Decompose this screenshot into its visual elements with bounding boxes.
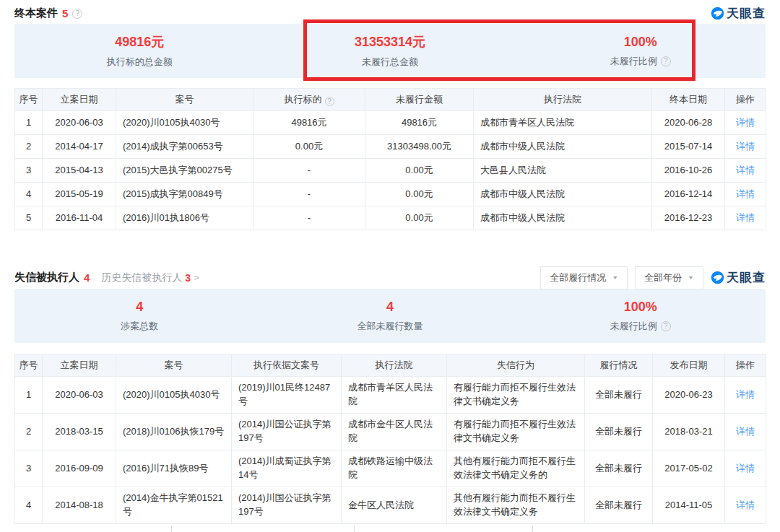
table-cell: 1 [26, 389, 31, 400]
chevron-down-icon: ▼ [612, 275, 618, 281]
column-header-label: 履行情况 [600, 359, 638, 370]
column-header: 失信行为 [447, 354, 585, 377]
dishonest-persons-table: 序号立案日期案号执行依据文案号执行法院失信行为履行情况发布日期操作12020-0… [14, 354, 766, 524]
column-header: 案号 [116, 354, 232, 377]
filter-performance-dropdown[interactable]: 全部履行情况 ▼ [540, 266, 628, 289]
help-icon[interactable]: ? [661, 56, 671, 66]
table-cell: 31303498.00元 [387, 141, 451, 152]
column-header-label: 立案日期 [61, 94, 98, 105]
table-cell: 3 [26, 165, 31, 175]
column-header-label: 序号 [20, 94, 38, 105]
stat-label: 未履行总金额 [362, 56, 418, 69]
stat-unfulfilled-ratio: 100% 未履行比例 ? [515, 300, 766, 333]
partial-divider [354, 526, 355, 532]
table-cell: (2019)川01民终12487号 [238, 382, 330, 406]
section2-title: 失信被执行人 [14, 271, 79, 284]
table-cell: 有履行能力而拒不履行生效法律文书确定义务 [454, 382, 576, 406]
column-header-label: 操作 [736, 359, 755, 370]
section2-header: 失信被执行人 4 历史失信被执行人 3 > 全部履行情况 ▼ 全部年份 ▼ [0, 263, 780, 287]
table-cell: (2015)成执字第00849号 [123, 188, 223, 199]
table-cell: 金牛区人民法院 [348, 500, 414, 510]
help-icon[interactable]: ? [661, 321, 671, 331]
table-cell: 成都市青羊区人民法院 [480, 117, 574, 128]
detail-link[interactable]: 详情 [736, 188, 755, 199]
table-row: 42015-05-19(2015)成执字第00849号-0.00元成都市中级人民… [15, 183, 766, 206]
table-cell: (2015)大邑执字第00275号 [123, 165, 233, 175]
table-cell: (2018)川0106执恢179号 [123, 426, 224, 437]
table-cell: - [308, 165, 311, 175]
column-header-label: 执行依据文案号 [254, 359, 319, 370]
table-cell: 49816元 [402, 117, 437, 128]
table-row: 32015-04-13(2015)大邑执字第00275号-0.00元大邑县人民法… [15, 159, 766, 183]
page: 终本案件 5 ? 天眼查 49816元 执行标的总金额 31353314元 未履… [0, 0, 780, 532]
table-cell: 2020-06-03 [55, 389, 103, 400]
table-cell: 3 [26, 463, 31, 474]
stat-label: 未履行比例 [610, 55, 657, 68]
column-header: 操作 [725, 354, 766, 377]
table-cell: (2020)川0105执4030号 [123, 117, 220, 128]
filter-year-dropdown[interactable]: 全部年份 ▼ [635, 266, 703, 289]
table-row: 52016-11-04(2016)川01执1806号-0.00元成都市中级人民法… [15, 206, 766, 230]
column-header-label: 发布日期 [670, 359, 708, 370]
detail-link[interactable]: 详情 [736, 117, 755, 128]
table-cell: 全部未履行 [595, 426, 642, 437]
table-cell: 有履行能力而拒不履行生效法律文书确定义务 [454, 419, 576, 443]
column-header: 操作 [725, 89, 766, 111]
section1-title: 终本案件 [14, 6, 58, 20]
section1-count: 5 [62, 7, 68, 19]
history-dishonest-link[interactable]: 历史失信被执行人 3 > [101, 271, 199, 284]
table-cell: 全部未履行 [595, 389, 642, 400]
history-link-label: 历史失信被执行人 [101, 271, 182, 284]
stat-value: 100% [515, 300, 766, 315]
column-header: 执行法院 [342, 354, 447, 377]
stat-unfulfilled-total: 31353314元 未履行总金额 [265, 33, 516, 69]
table-header-row: 序号立案日期案号执行依据文案号执行法院失信行为履行情况发布日期操作 [15, 354, 766, 377]
column-header-label: 执行法院 [376, 359, 413, 370]
filter-year-label: 全部年份 [644, 271, 682, 284]
table-row: 22018-03-15(2018)川0106执恢179号(2014)川国公证执字… [15, 414, 766, 450]
table-cell: 2014-11-05 [665, 500, 713, 510]
chevron-down-icon: ▼ [688, 275, 694, 281]
table-row: 22014-04-17(2014)成执字第00653号0.00元31303498… [15, 135, 766, 159]
column-header: 序号 [15, 89, 43, 111]
table-cell: 2016-12-14 [664, 188, 713, 199]
filter-performance-label: 全部履行情况 [550, 271, 606, 284]
column-header: 终本日期 [652, 89, 725, 111]
partial-divider [532, 526, 533, 532]
tianyancha-logo-text: 天眼查 [727, 5, 766, 22]
table-cell: 2016-10-26 [664, 165, 713, 175]
table-cell: 2017-05-02 [664, 463, 713, 474]
stat-label: 全部未履行数量 [358, 320, 423, 333]
detail-link[interactable]: 详情 [736, 212, 755, 223]
table-row: 32016-09-09(2016)川71执恢89号(2014)川成蜀证执字第14… [15, 450, 766, 487]
table-cell: 2 [26, 426, 31, 437]
column-header: 未履行金额 [365, 89, 474, 111]
detail-link[interactable]: 详情 [736, 389, 755, 400]
help-icon[interactable]: ? [325, 97, 334, 106]
detail-link[interactable]: 详情 [736, 463, 755, 474]
stat-value: 4 [14, 300, 265, 315]
table-cell: 5 [26, 212, 31, 223]
stat-label: 涉案总数 [121, 320, 158, 333]
table-cell: 4 [26, 500, 31, 510]
detail-link[interactable]: 详情 [736, 426, 755, 437]
final-cases-table: 序号立案日期案号执行标的?未履行金额执行法院终本日期操作12020-06-03(… [14, 88, 766, 230]
table-cell: 2014-08-18 [55, 500, 103, 510]
detail-link[interactable]: 详情 [736, 165, 755, 175]
column-header: 序号 [15, 354, 43, 377]
column-header: 立案日期 [43, 89, 116, 111]
section2-summary-band: 4 涉案总数 4 全部未履行数量 100% 未履行比例 ? [14, 289, 766, 343]
detail-link[interactable]: 详情 [736, 500, 755, 510]
table-cell: (2016)川01执1806号 [123, 212, 209, 223]
table-cell: 0.00元 [295, 141, 323, 152]
help-icon[interactable]: ? [72, 9, 82, 19]
table-cell: 0.00元 [405, 212, 433, 223]
column-header-label: 失信行为 [497, 359, 534, 370]
table-cell: 2018-03-15 [55, 426, 103, 437]
column-header: 执行法院 [474, 89, 652, 111]
table-cell: 成都市中级人民法院 [480, 188, 565, 199]
table-cell: 其他有履行能力而拒不履行生效法律文书确定义务 [454, 492, 576, 517]
table-cell: (2014)川国公证执字第197号 [238, 419, 332, 443]
stat-all-unfulfilled-count: 4 全部未履行数量 [265, 300, 516, 333]
detail-link[interactable]: 详情 [736, 141, 755, 152]
